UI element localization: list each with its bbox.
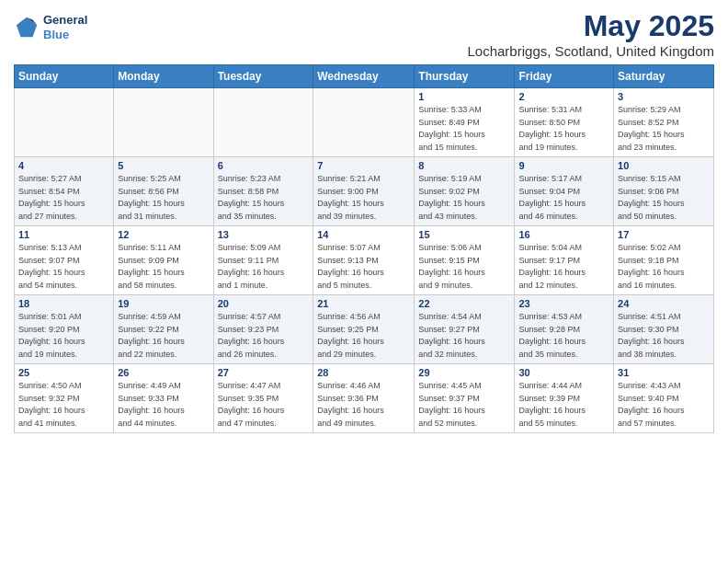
day-info: Sunrise: 5:04 AM Sunset: 9:17 PM Dayligh… <box>518 242 609 292</box>
day-number: 10 <box>618 160 710 171</box>
day-info: Sunrise: 4:44 AM Sunset: 9:39 PM Dayligh… <box>518 380 609 430</box>
day-number: 25 <box>18 367 109 378</box>
calendar-cell: 11Sunrise: 5:13 AM Sunset: 9:07 PM Dayli… <box>15 226 114 295</box>
day-info: Sunrise: 5:29 AM Sunset: 8:52 PM Dayligh… <box>618 104 710 154</box>
day-number: 8 <box>418 160 510 171</box>
day-info: Sunrise: 5:06 AM Sunset: 9:15 PM Dayligh… <box>418 242 510 292</box>
day-number: 27 <box>218 367 310 378</box>
day-number: 15 <box>418 229 510 240</box>
page-header: General Blue May 2025 Locharbriggs, Scot… <box>14 9 714 59</box>
day-info: Sunrise: 5:07 AM Sunset: 9:13 PM Dayligh… <box>317 242 410 292</box>
calendar-cell <box>313 88 415 157</box>
day-number: 24 <box>618 298 710 309</box>
logo-text: General Blue <box>43 13 87 41</box>
day-info: Sunrise: 5:19 AM Sunset: 9:02 PM Dayligh… <box>418 173 510 223</box>
day-number: 1 <box>418 91 510 102</box>
day-info: Sunrise: 4:51 AM Sunset: 9:30 PM Dayligh… <box>618 311 710 361</box>
day-number: 4 <box>18 160 109 171</box>
day-number: 9 <box>518 160 609 171</box>
day-info: Sunrise: 5:11 AM Sunset: 9:09 PM Dayligh… <box>118 242 209 292</box>
location-title: Locharbriggs, Scotland, United Kingdom <box>468 43 715 59</box>
calendar-cell: 2Sunrise: 5:31 AM Sunset: 8:50 PM Daylig… <box>515 88 614 157</box>
day-number: 20 <box>218 298 310 309</box>
calendar-week-3: 11Sunrise: 5:13 AM Sunset: 9:07 PM Dayli… <box>15 226 714 295</box>
title-block: May 2025 Locharbriggs, Scotland, United … <box>468 9 715 59</box>
day-info: Sunrise: 5:15 AM Sunset: 9:06 PM Dayligh… <box>618 173 710 223</box>
calendar-cell: 6Sunrise: 5:23 AM Sunset: 8:58 PM Daylig… <box>213 157 313 226</box>
weekday-header-monday: Monday <box>114 65 213 88</box>
day-info: Sunrise: 5:02 AM Sunset: 9:18 PM Dayligh… <box>618 242 710 292</box>
calendar-cell: 15Sunrise: 5:06 AM Sunset: 9:15 PM Dayli… <box>415 226 515 295</box>
calendar-week-4: 18Sunrise: 5:01 AM Sunset: 9:20 PM Dayli… <box>15 295 714 364</box>
calendar-cell: 8Sunrise: 5:19 AM Sunset: 9:02 PM Daylig… <box>415 157 515 226</box>
day-number: 30 <box>518 367 609 378</box>
day-info: Sunrise: 4:53 AM Sunset: 9:28 PM Dayligh… <box>518 311 609 361</box>
day-number: 2 <box>518 91 609 102</box>
calendar-cell: 12Sunrise: 5:11 AM Sunset: 9:09 PM Dayli… <box>114 226 213 295</box>
calendar-cell <box>213 88 313 157</box>
day-info: Sunrise: 4:46 AM Sunset: 9:36 PM Dayligh… <box>317 380 410 430</box>
calendar-cell: 23Sunrise: 4:53 AM Sunset: 9:28 PM Dayli… <box>515 295 614 364</box>
calendar-cell: 1Sunrise: 5:33 AM Sunset: 8:49 PM Daylig… <box>415 88 515 157</box>
day-number: 21 <box>317 298 410 309</box>
calendar-cell: 28Sunrise: 4:46 AM Sunset: 9:36 PM Dayli… <box>313 364 415 433</box>
day-info: Sunrise: 5:23 AM Sunset: 8:58 PM Dayligh… <box>218 173 310 223</box>
day-info: Sunrise: 4:59 AM Sunset: 9:22 PM Dayligh… <box>118 311 209 361</box>
day-number: 17 <box>618 229 710 240</box>
calendar-cell: 14Sunrise: 5:07 AM Sunset: 9:13 PM Dayli… <box>313 226 415 295</box>
day-number: 11 <box>18 229 109 240</box>
day-number: 16 <box>518 229 609 240</box>
day-number: 19 <box>118 298 209 309</box>
calendar-cell: 4Sunrise: 5:27 AM Sunset: 8:54 PM Daylig… <box>15 157 114 226</box>
calendar-cell: 7Sunrise: 5:21 AM Sunset: 9:00 PM Daylig… <box>313 157 415 226</box>
day-number: 7 <box>317 160 410 171</box>
day-info: Sunrise: 4:49 AM Sunset: 9:33 PM Dayligh… <box>118 380 209 430</box>
day-number: 18 <box>18 298 109 309</box>
calendar-week-1: 1Sunrise: 5:33 AM Sunset: 8:49 PM Daylig… <box>15 88 714 157</box>
calendar-cell: 26Sunrise: 4:49 AM Sunset: 9:33 PM Dayli… <box>114 364 213 433</box>
calendar-cell <box>15 88 114 157</box>
day-info: Sunrise: 4:47 AM Sunset: 9:35 PM Dayligh… <box>218 380 310 430</box>
calendar-cell: 18Sunrise: 5:01 AM Sunset: 9:20 PM Dayli… <box>15 295 114 364</box>
day-number: 28 <box>317 367 410 378</box>
svg-marker-0 <box>17 17 37 36</box>
day-info: Sunrise: 4:45 AM Sunset: 9:37 PM Dayligh… <box>418 380 510 430</box>
calendar-cell: 19Sunrise: 4:59 AM Sunset: 9:22 PM Dayli… <box>114 295 213 364</box>
day-info: Sunrise: 5:31 AM Sunset: 8:50 PM Dayligh… <box>518 104 609 154</box>
day-number: 5 <box>118 160 209 171</box>
day-number: 23 <box>518 298 609 309</box>
calendar-cell: 27Sunrise: 4:47 AM Sunset: 9:35 PM Dayli… <box>213 364 313 433</box>
day-number: 6 <box>218 160 310 171</box>
day-info: Sunrise: 4:43 AM Sunset: 9:40 PM Dayligh… <box>618 380 710 430</box>
day-number: 13 <box>218 229 310 240</box>
calendar-cell: 10Sunrise: 5:15 AM Sunset: 9:06 PM Dayli… <box>614 157 714 226</box>
day-info: Sunrise: 4:54 AM Sunset: 9:27 PM Dayligh… <box>418 311 510 361</box>
day-number: 12 <box>118 229 209 240</box>
weekday-header-thursday: Thursday <box>415 65 515 88</box>
calendar-cell <box>114 88 213 157</box>
day-number: 31 <box>618 367 710 378</box>
day-number: 3 <box>618 91 710 102</box>
calendar-cell: 24Sunrise: 4:51 AM Sunset: 9:30 PM Dayli… <box>614 295 714 364</box>
calendar-week-2: 4Sunrise: 5:27 AM Sunset: 8:54 PM Daylig… <box>15 157 714 226</box>
calendar-cell: 13Sunrise: 5:09 AM Sunset: 9:11 PM Dayli… <box>213 226 313 295</box>
weekday-header-row: SundayMondayTuesdayWednesdayThursdayFrid… <box>15 65 714 88</box>
day-info: Sunrise: 4:56 AM Sunset: 9:25 PM Dayligh… <box>317 311 410 361</box>
weekday-header-sunday: Sunday <box>15 65 114 88</box>
calendar-cell: 21Sunrise: 4:56 AM Sunset: 9:25 PM Dayli… <box>313 295 415 364</box>
logo-icon <box>14 15 40 40</box>
calendar-cell: 16Sunrise: 5:04 AM Sunset: 9:17 PM Dayli… <box>515 226 614 295</box>
day-info: Sunrise: 5:09 AM Sunset: 9:11 PM Dayligh… <box>218 242 310 292</box>
day-info: Sunrise: 5:25 AM Sunset: 8:56 PM Dayligh… <box>118 173 209 223</box>
day-number: 22 <box>418 298 510 309</box>
day-number: 14 <box>317 229 410 240</box>
day-info: Sunrise: 5:21 AM Sunset: 9:00 PM Dayligh… <box>317 173 410 223</box>
calendar-cell: 9Sunrise: 5:17 AM Sunset: 9:04 PM Daylig… <box>515 157 614 226</box>
day-info: Sunrise: 5:17 AM Sunset: 9:04 PM Dayligh… <box>518 173 609 223</box>
weekday-header-friday: Friday <box>515 65 614 88</box>
calendar-cell: 29Sunrise: 4:45 AM Sunset: 9:37 PM Dayli… <box>415 364 515 433</box>
calendar-cell: 25Sunrise: 4:50 AM Sunset: 9:32 PM Dayli… <box>15 364 114 433</box>
day-info: Sunrise: 4:57 AM Sunset: 9:23 PM Dayligh… <box>218 311 310 361</box>
calendar-cell: 3Sunrise: 5:29 AM Sunset: 8:52 PM Daylig… <box>614 88 714 157</box>
calendar-cell: 20Sunrise: 4:57 AM Sunset: 9:23 PM Dayli… <box>213 295 313 364</box>
